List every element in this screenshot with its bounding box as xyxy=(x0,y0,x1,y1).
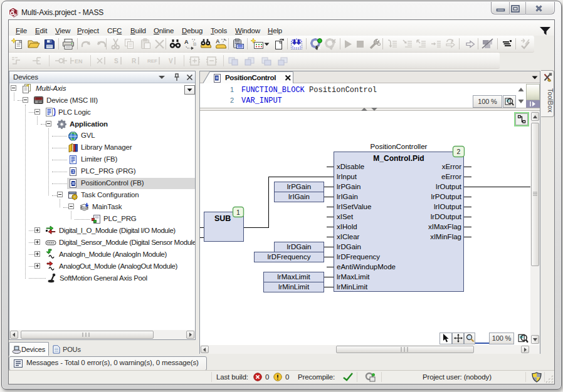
svg-text:1: 1 xyxy=(236,209,240,216)
svg-text:lrDFrequency: lrDFrequency xyxy=(337,253,380,260)
svg-text:PositionController: PositionController xyxy=(371,143,428,150)
svg-text:M_Control.Pid: M_Control.Pid xyxy=(373,154,424,163)
svg-text:xError: xError xyxy=(442,163,461,170)
svg-text:V: V xyxy=(169,58,173,64)
svg-text:lrMinLimit: lrMinLimit xyxy=(278,283,310,291)
svg-text:lrMaxLimit: lrMaxLimit xyxy=(337,273,370,281)
svg-text:lrPGain: lrPGain xyxy=(337,183,360,190)
svg-text:xIHold: xIHold xyxy=(337,223,357,230)
svg-text:lrDOutput: lrDOutput xyxy=(431,213,462,220)
svg-text:B: B xyxy=(193,41,196,47)
svg-text:SUB: SUB xyxy=(214,214,231,223)
svg-text:lrIGain: lrIGain xyxy=(288,193,310,200)
svg-text:lrMaxLimit: lrMaxLimit xyxy=(277,273,310,281)
svg-text:R: R xyxy=(132,58,137,64)
svg-text:lrIOutput: lrIOutput xyxy=(434,203,462,210)
svg-text:lrPGain: lrPGain xyxy=(287,183,311,190)
svg-text:2: 2 xyxy=(457,148,461,155)
svg-text:lrISetValue: lrISetValue xyxy=(337,203,371,210)
svg-text:lrIGain: lrIGain xyxy=(337,193,358,200)
svg-text:xIMinFlag: xIMinFlag xyxy=(430,233,461,240)
svg-text:eAntiWindupMode: eAntiWindupMode xyxy=(337,263,396,271)
svg-text:lrDFrequency: lrDFrequency xyxy=(267,253,310,260)
svg-text:lrOutput: lrOutput xyxy=(436,183,462,190)
svg-text:lrPOutput: lrPOutput xyxy=(431,193,461,200)
svg-text:A: A xyxy=(216,38,220,44)
svg-text:lrDGain: lrDGain xyxy=(287,243,312,250)
svg-text:xIMaxFlag: xIMaxFlag xyxy=(428,223,461,230)
svg-text:EN: EN xyxy=(75,58,83,64)
svg-text:REF: REF xyxy=(147,58,157,64)
svg-text:lrDGain: lrDGain xyxy=(337,243,361,250)
svg-text:xIClear: xIClear xyxy=(337,233,360,240)
svg-text:lrMinLimit: lrMinLimit xyxy=(337,283,368,291)
svg-text:S: S xyxy=(114,58,118,64)
svg-text:A: A xyxy=(184,39,189,45)
svg-text:eError: eError xyxy=(441,173,461,180)
svg-text:xDisable: xDisable xyxy=(337,163,364,170)
svg-text:lrInput: lrInput xyxy=(337,173,357,180)
svg-text:xISet: xISet xyxy=(337,213,354,220)
